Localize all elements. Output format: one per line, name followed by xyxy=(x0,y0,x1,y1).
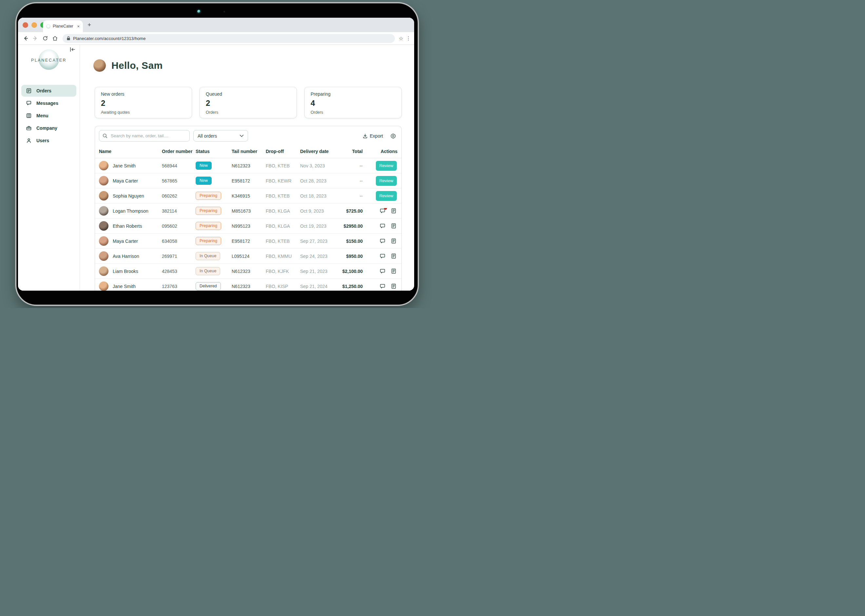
sidebar-item-messages[interactable]: Messages xyxy=(21,97,76,109)
table-row[interactable]: Liam Brooks 428453 In Queue N612323 FBO,… xyxy=(95,264,401,279)
orders-filter-dropdown[interactable]: All orders xyxy=(193,130,248,141)
invoice-button[interactable] xyxy=(391,223,396,229)
chat-button[interactable] xyxy=(380,268,386,274)
site-favicon xyxy=(46,24,50,28)
status-badge: Preparing xyxy=(196,207,221,215)
total-amount: $1,250.00 xyxy=(341,284,363,289)
chat-button[interactable] xyxy=(380,208,386,214)
chat-icon xyxy=(380,283,386,289)
export-button[interactable]: Export xyxy=(361,133,385,139)
delivery-date: Sep 21, 2023 xyxy=(300,269,341,274)
minimize-window-button[interactable] xyxy=(31,22,37,28)
sidebar-item-orders[interactable]: Orders xyxy=(21,85,76,97)
tail-number: N995123 xyxy=(232,223,266,229)
browser-tab[interactable]: PlaneCater × xyxy=(43,20,83,32)
invoice-button[interactable] xyxy=(391,238,396,244)
browser-menu-icon[interactable]: ⋮ xyxy=(406,35,411,41)
status-cell: New xyxy=(196,177,232,184)
order-number: 123763 xyxy=(162,284,196,289)
review-button[interactable]: Review xyxy=(376,191,397,201)
customer-cell: Jane Smith xyxy=(99,161,162,170)
total-amount: -- xyxy=(341,193,363,198)
invoice-button[interactable] xyxy=(391,253,396,259)
brand-name: PLANECATER xyxy=(18,58,80,63)
table-row[interactable]: Maya Carter 634058 Preparing E958172 FBO… xyxy=(95,234,401,249)
dropoff: FBO, KISP xyxy=(266,284,300,289)
actions-cell xyxy=(363,268,397,274)
chat-button[interactable] xyxy=(380,283,386,289)
chat-button[interactable] xyxy=(380,238,386,244)
actions-cell xyxy=(363,253,397,259)
sidebar-item-label: Menu xyxy=(36,113,49,118)
sidebar-item-company[interactable]: Company xyxy=(21,122,76,134)
address-bar[interactable]: Planecater.com/account#12313/home xyxy=(63,34,395,43)
tail-number: L095124 xyxy=(232,254,266,259)
home-button[interactable] xyxy=(51,34,59,42)
avatar xyxy=(99,236,108,246)
table-row[interactable]: Logan Thompson 382114 Preparing M851673 … xyxy=(95,203,401,218)
chat-button[interactable] xyxy=(380,223,386,229)
invoice-button[interactable] xyxy=(391,268,396,274)
customer-cell: Maya Carter xyxy=(99,236,162,246)
chat-button[interactable] xyxy=(380,253,386,259)
order-number: 382114 xyxy=(162,208,196,214)
status-badge: New xyxy=(196,177,212,184)
customer-name: Jane Smith xyxy=(113,163,136,168)
table-row[interactable]: Jane Smith 568944 New N612323 FBO, KTEB … xyxy=(95,158,401,173)
avatar xyxy=(99,176,108,185)
main-panel: Hello, Sam New orders 2 Awaiting quotes … xyxy=(80,45,414,291)
table-row[interactable]: Sophia Nguyen 060262 Preparing K346915 F… xyxy=(95,189,401,203)
customer-name: Logan Thompson xyxy=(113,208,148,214)
chevron-down-icon xyxy=(240,134,244,137)
search-box xyxy=(99,130,190,141)
table-tools: Export xyxy=(361,133,397,139)
chat-icon xyxy=(380,238,386,244)
table-row[interactable]: Ava Harrison 269971 In Queue L095124 FBO… xyxy=(95,249,401,264)
table-row[interactable]: Ethan Roberts 095602 Preparing N995123 F… xyxy=(95,218,401,234)
table-row[interactable]: Jane Smith 123763 Delivered N612323 FBO,… xyxy=(95,279,401,291)
messages-icon xyxy=(26,100,32,106)
avatar xyxy=(99,281,108,291)
new-tab-button[interactable]: + xyxy=(88,21,91,28)
forward-button[interactable] xyxy=(31,34,40,42)
avatar xyxy=(99,191,108,201)
review-button[interactable]: Review xyxy=(376,176,397,186)
reload-button[interactable] xyxy=(41,34,49,42)
stat-card-new-orders[interactable]: New orders 2 Awaiting quotes xyxy=(95,87,192,118)
invoice-button[interactable] xyxy=(391,208,396,214)
sidebar-item-menu[interactable]: Menu xyxy=(21,110,76,121)
table-row[interactable]: Maya Carter 567865 New E958172 FBO, KEWR… xyxy=(95,173,401,189)
stat-card-preparing[interactable]: Preparing 4 Orders xyxy=(305,87,402,118)
invoice-button[interactable] xyxy=(391,283,396,289)
actions-cell xyxy=(363,223,397,229)
export-label: Export xyxy=(370,134,383,138)
table-header-row: Name Order number Status Tail number Dro… xyxy=(95,145,401,158)
planecater-logo: PLANECATER xyxy=(18,49,80,71)
document-icon xyxy=(391,253,396,259)
column-header-date: Delivery date xyxy=(300,149,341,154)
sidebar-item-users[interactable]: Users xyxy=(21,135,76,146)
delivery-date: Oct 9, 2023 xyxy=(300,208,341,214)
close-tab-icon[interactable]: × xyxy=(77,24,80,29)
user-avatar[interactable] xyxy=(93,59,106,72)
stat-card-queued[interactable]: Queued 2 Orders xyxy=(199,87,297,118)
status-badge: Preparing xyxy=(196,192,221,200)
document-icon xyxy=(391,238,396,244)
action-icons xyxy=(380,238,396,244)
front-camera xyxy=(197,10,201,13)
sidebar: PLANECATER Orders Messages Menu xyxy=(18,45,80,291)
chat-icon xyxy=(380,223,386,229)
column-header-actions: Actions xyxy=(363,149,397,154)
orders-icon xyxy=(26,88,32,94)
search-input[interactable] xyxy=(110,133,186,138)
review-button[interactable]: Review xyxy=(376,161,397,171)
tablet-frame: PlaneCater × + Planecater.com/account#12… xyxy=(16,2,419,306)
chat-icon xyxy=(380,253,386,259)
back-button[interactable] xyxy=(21,34,30,42)
settings-gear-icon[interactable] xyxy=(390,133,396,139)
document-icon xyxy=(391,268,396,274)
bookmark-star-icon[interactable]: ☆ xyxy=(399,35,403,42)
customer-name: Jane Smith xyxy=(113,284,136,289)
total-amount: $150.00 xyxy=(341,239,363,244)
close-window-button[interactable] xyxy=(23,22,28,28)
